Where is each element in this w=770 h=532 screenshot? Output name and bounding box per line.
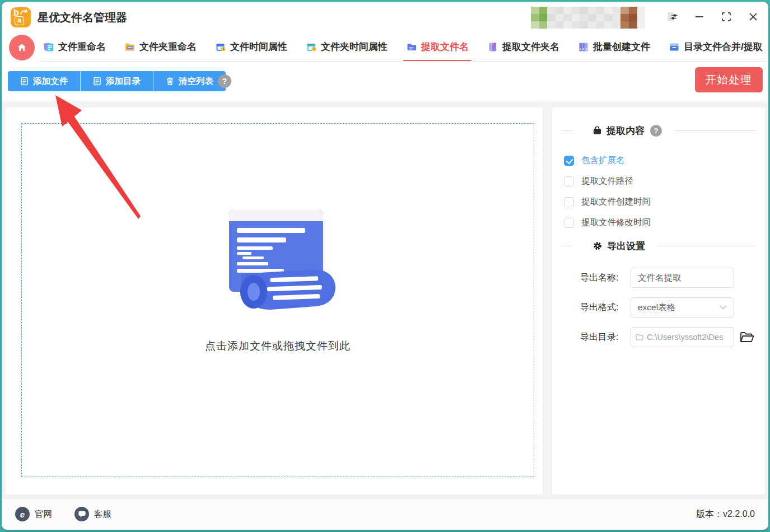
tabs: 文件重命名 文件夹重命名 <box>43 32 763 62</box>
input-value: C:\Users\yssoft2\Des <box>647 333 723 342</box>
tab-label: 文件时间属性 <box>230 40 287 53</box>
checkbox-label: 提取文件修改时间 <box>581 217 651 228</box>
maximize-button[interactable] <box>717 7 736 26</box>
checkbox <box>564 156 574 166</box>
tab-merge-extract[interactable]: 目录文件合并/提取 <box>669 32 763 62</box>
checkbox-label: 包含扩展名 <box>581 155 625 166</box>
support-link[interactable]: 客服 <box>74 507 111 521</box>
version-value: v2.2.0.0 <box>723 509 755 519</box>
file-list-panel: 点击添加文件或拖拽文件到此 <box>4 107 543 495</box>
export-name-label: 导出名称: <box>580 272 631 284</box>
support-icon <box>74 507 89 521</box>
export-format-row: 导出格式: excel表格 <box>552 297 765 318</box>
tab-file-rename[interactable]: 文件重命名 <box>43 32 106 62</box>
content-area: 点击添加文件或拖拽文件到此 提取内容 ? <box>2 102 768 498</box>
checkbox-extract-modified-time[interactable]: 提取文件修改时间 <box>552 212 765 233</box>
app-window: b a 星优文件名管理器 <box>2 2 768 530</box>
checkbox <box>564 176 574 186</box>
window-controls <box>663 7 763 26</box>
toolbar-help-icon[interactable]: ? <box>218 74 231 88</box>
app-logo-icon: b a <box>11 7 31 27</box>
batch-create-icon <box>578 41 589 53</box>
tab-extract-filename[interactable]: 提取文件名 <box>406 32 469 62</box>
website-icon: e <box>15 507 30 521</box>
section-title: 导出设置 <box>607 240 645 253</box>
add-file-button[interactable]: 添加文件 <box>8 71 80 91</box>
files-rename-icon <box>43 41 54 53</box>
tab-extract-foldername[interactable]: 提取文件夹名 <box>487 32 559 62</box>
browse-folder-button[interactable] <box>740 332 754 343</box>
tab-folder-rename[interactable]: 文件夹重命名 <box>124 32 197 62</box>
export-name-row: 导出名称: 文件名提取 <box>552 268 765 288</box>
clear-list-button[interactable]: 清空列表 <box>153 71 226 91</box>
input-value: 文件名提取 <box>638 272 682 284</box>
folder-time-icon <box>306 41 317 53</box>
export-settings-section-header: 导出设置 <box>552 239 765 253</box>
checkbox <box>564 197 574 207</box>
add-file-icon <box>20 77 29 86</box>
tab-label: 文件夹时间属性 <box>321 40 388 53</box>
checkbox-extract-created-time[interactable]: 提取文件创建时间 <box>552 192 765 212</box>
divider <box>561 246 572 246</box>
checkbox-include-extension[interactable]: 包含扩展名 <box>552 150 765 171</box>
folder-open-icon <box>740 332 754 343</box>
rename-arrow-icon <box>20 10 29 16</box>
start-process-button[interactable]: 开始处理 <box>695 67 763 92</box>
export-format-select[interactable]: excel表格 <box>631 297 734 318</box>
button-label: 添加目录 <box>106 76 141 87</box>
version-text: 版本：v2.2.0.0 <box>696 508 755 520</box>
settings-sidebar: 提取内容 ? 包含扩展名 提取文件路径 提取文件创建时间 <box>552 107 766 495</box>
briefcase-icon <box>592 126 602 135</box>
checkbox-label: 提取文件路径 <box>581 175 633 187</box>
toolbar-button-group: 添加文件 添加目录 清空列表 <box>8 71 226 91</box>
add-folder-icon <box>93 77 101 86</box>
divider <box>657 246 756 246</box>
home-icon <box>16 42 27 53</box>
link-label: 客服 <box>94 508 111 520</box>
desktop-background: b a 星优文件名管理器 <box>0 0 770 532</box>
footer: e 官网 客服 版本：v2.2.0.0 <box>2 498 768 530</box>
version-label: 版本： <box>696 509 723 519</box>
section-title: 提取内容 <box>606 124 645 137</box>
file-dropzone[interactable]: 点击添加文件或拖拽文件到此 <box>21 123 534 477</box>
logo-letter-a: a <box>15 16 24 25</box>
tab-label: 提取文件名 <box>421 40 469 53</box>
tab-label: 文件重命名 <box>58 40 106 53</box>
tab-label: 提取文件夹名 <box>502 40 559 53</box>
censored-banner-mosaic <box>531 7 645 29</box>
collapse-panel-icon[interactable] <box>663 7 682 26</box>
app-title: 星优文件名管理器 <box>38 10 127 25</box>
checkbox <box>564 218 574 228</box>
export-fields: 导出名称: 文件名提取 导出格式: excel表格 <box>552 268 765 347</box>
minimize-button[interactable] <box>690 7 709 26</box>
tab-batch-create[interactable]: 批量创建文件 <box>578 32 650 62</box>
home-button[interactable] <box>9 35 35 60</box>
checkbox-label: 提取文件创建时间 <box>581 196 651 208</box>
button-label: 清空列表 <box>179 76 213 87</box>
add-directory-button[interactable]: 添加目录 <box>80 71 153 91</box>
tab-bar: 文件重命名 文件夹重命名 <box>2 32 768 62</box>
chevron-down-icon <box>720 305 727 310</box>
link-label: 官网 <box>35 508 52 520</box>
checkbox-extract-path[interactable]: 提取文件路径 <box>552 171 765 192</box>
select-value: excel表格 <box>638 302 675 314</box>
tab-label: 目录文件合并/提取 <box>684 40 763 53</box>
tab-label: 批量创建文件 <box>593 40 650 53</box>
extract-filename-icon <box>406 41 417 53</box>
tab-folder-time[interactable]: 文件夹时间属性 <box>306 32 388 62</box>
extract-options: 包含扩展名 提取文件路径 提取文件创建时间 提取文件修改时间 <box>552 150 765 233</box>
button-label: 添加文件 <box>33 76 68 87</box>
folder-rename-icon <box>124 41 136 53</box>
extract-help-icon[interactable]: ? <box>650 125 662 137</box>
clear-list-icon <box>166 77 174 86</box>
export-directory-input[interactable]: C:\Users\yssoft2\Des <box>631 327 734 347</box>
tab-label: 文件夹重命名 <box>139 40 197 53</box>
official-site-link[interactable]: e 官网 <box>15 507 52 521</box>
dropzone-hint: 点击添加文件或拖拽文件到此 <box>205 339 351 353</box>
export-name-input[interactable]: 文件名提取 <box>631 268 734 288</box>
divider <box>674 130 756 131</box>
export-directory-label: 导出目录: <box>580 332 631 343</box>
close-button[interactable] <box>744 7 763 26</box>
gear-icon <box>592 241 603 251</box>
tab-file-time[interactable]: 文件时间属性 <box>215 32 287 62</box>
